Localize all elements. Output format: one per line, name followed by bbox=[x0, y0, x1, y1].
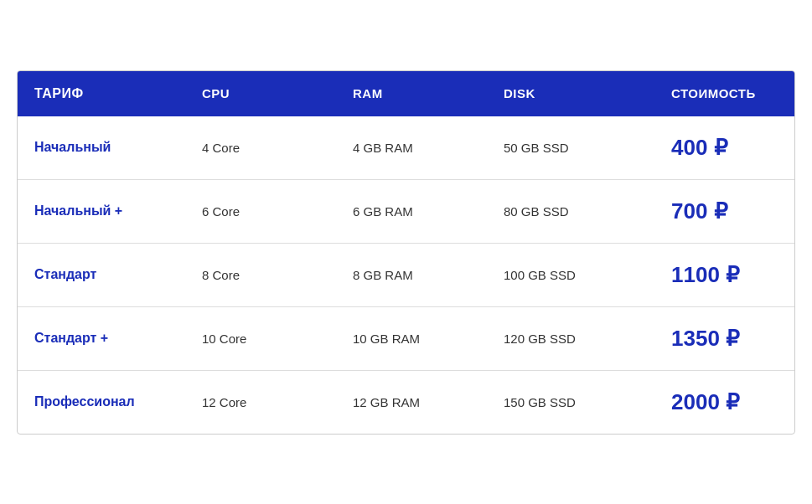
plan-cpu-2: 8 Core bbox=[185, 268, 336, 282]
plan-price-1: 700 ₽ bbox=[654, 198, 794, 224]
table-row: Начальный + 6 Core 6 GB RAM 80 GB SSD 70… bbox=[18, 180, 794, 244]
plan-ram-0: 4 GB RAM bbox=[336, 141, 487, 155]
plan-disk-4: 150 GB SSD bbox=[487, 395, 654, 409]
plan-disk-1: 80 GB SSD bbox=[487, 204, 654, 219]
plan-price-0: 400 ₽ bbox=[654, 135, 794, 161]
plan-disk-3: 120 GB SSD bbox=[487, 332, 654, 346]
plan-name-1: Начальный + bbox=[18, 203, 185, 219]
plan-cpu-1: 6 Core bbox=[185, 204, 336, 219]
plan-name-3: Стандарт + bbox=[18, 331, 185, 346]
plan-disk-2: 100 GB SSD bbox=[487, 268, 654, 282]
plan-ram-4: 12 GB RAM bbox=[336, 395, 487, 409]
plan-price-3: 1350 ₽ bbox=[654, 326, 794, 352]
plan-cpu-0: 4 Core bbox=[185, 141, 336, 155]
plan-disk-0: 50 GB SSD bbox=[487, 141, 654, 155]
plan-ram-2: 8 GB RAM bbox=[336, 268, 487, 282]
plan-price-4: 2000 ₽ bbox=[654, 389, 794, 415]
table-row: Профессионал 12 Core 12 GB RAM 150 GB SS… bbox=[18, 371, 794, 434]
plan-cpu-4: 12 Core bbox=[185, 395, 336, 409]
table-header: Тариф CPU RAM DISK Стоимость bbox=[18, 71, 794, 116]
plan-ram-3: 10 GB RAM bbox=[336, 332, 487, 346]
plan-ram-1: 6 GB RAM bbox=[336, 204, 487, 219]
table-row: Начальный 4 Core 4 GB RAM 50 GB SSD 400 … bbox=[18, 116, 794, 180]
header-disk: DISK bbox=[487, 71, 654, 116]
header-cpu: CPU bbox=[185, 71, 336, 116]
pricing-table: Тариф CPU RAM DISK Стоимость Начальный 4… bbox=[17, 70, 795, 435]
plan-name-4: Профессионал bbox=[18, 394, 185, 409]
header-ram: RAM bbox=[336, 71, 487, 116]
plan-name-2: Стандарт bbox=[18, 267, 185, 282]
plan-price-2: 1100 ₽ bbox=[654, 262, 794, 288]
table-row: Стандарт + 10 Core 10 GB RAM 120 GB SSD … bbox=[18, 307, 794, 371]
header-tarif: Тариф bbox=[18, 71, 185, 116]
plan-cpu-3: 10 Core bbox=[185, 332, 336, 346]
table-row: Стандарт 8 Core 8 GB RAM 100 GB SSD 1100… bbox=[18, 244, 794, 307]
header-price: Стоимость bbox=[654, 71, 794, 116]
plan-name-0: Начальный bbox=[18, 140, 185, 155]
